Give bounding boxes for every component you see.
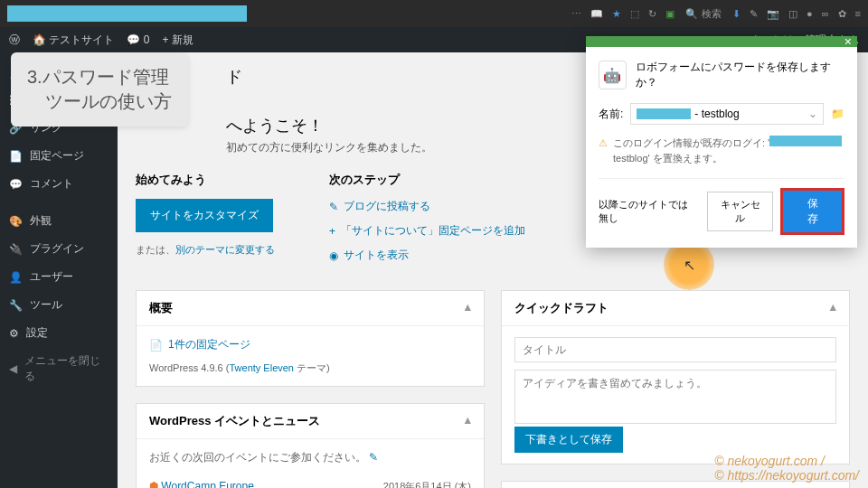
roboform-popup: × 🤖 ロボフォームにパスワードを保存しますか？ 名前: - testblog⌄… [586, 36, 857, 248]
overview-panel: 概要▴ 📄1件の固定ページ WordPress 4.9.6 (Twenty El… [136, 290, 485, 387]
infinity-icon[interactable]: ∞ [822, 8, 829, 19]
page-icon: 📄 [9, 150, 23, 163]
sidebar-collapse[interactable]: ◀メニューを閉じる [0, 347, 118, 390]
customize-button[interactable]: サイトをカスタマイズ [136, 199, 273, 232]
event-date: 2018年6月14日 (木) [383, 480, 471, 488]
comments-link[interactable]: 💬 0 [127, 33, 149, 46]
comment-icon: 💬 [9, 178, 23, 191]
wp-version: WordPress 4.9.6 (Twenty Eleven テーマ) [149, 361, 471, 375]
sidebar-icon[interactable]: ◫ [788, 8, 797, 20]
write-post-link[interactable]: ✎ブログに投稿する [329, 199, 525, 214]
view-icon: ◉ [329, 249, 338, 262]
appearance-icon: 🎨 [9, 215, 23, 228]
events-title: WordPress イベントとニュース [149, 413, 320, 429]
add-page-link[interactable]: +「サイトについて」固定ページを追加 [329, 223, 525, 239]
search-placeholder: 検索 [702, 7, 722, 21]
event-link[interactable]: WordCamp Europe [161, 480, 254, 488]
sidebar-item-users[interactable]: 👤ユーザー [0, 263, 118, 291]
gear-icon[interactable]: ✿ [838, 8, 846, 20]
theme-link[interactable]: Twenty Eleven [229, 362, 294, 373]
view-site-link[interactable]: ◉サイトを表示 [329, 248, 525, 263]
close-icon[interactable]: × [844, 34, 852, 49]
cancel-button[interactable]: キャンセル [707, 192, 773, 231]
wp-logo-icon[interactable]: ⓦ [9, 33, 20, 48]
next-heading: 次のステップ [329, 172, 525, 188]
draft-content-input[interactable] [514, 370, 836, 424]
user-icon: 👤 [9, 271, 23, 284]
sidebar-item-comments[interactable]: 💬コメント [0, 170, 118, 198]
page-icon: 📄 [149, 339, 163, 352]
write-icon: ✎ [329, 201, 338, 213]
collapse-icon[interactable]: ▴ [465, 300, 471, 316]
more-icon[interactable]: ⋯ [571, 8, 581, 20]
browser-toolbar: ⋯ 📖 ★ ⬚ ↻ ▣ 🔍 検索 ⬇ ✎ 📷 ◫ ● ∞ ✿ ≡ [0, 0, 868, 27]
tutorial-overlay: 3.パスワード管理 ツールの使い方 [11, 52, 188, 127]
quickdraft-panel: クイックドラフト▴ 下書きとして保存 [501, 290, 850, 465]
sidebar-item-plugins[interactable]: 🔌プラグイン [0, 235, 118, 263]
name-label: 名前: [599, 107, 623, 122]
edit-location-icon[interactable]: ✎ [369, 451, 378, 464]
library-icon[interactable]: ⬚ [630, 8, 639, 20]
plugin-icon: 🔌 [9, 243, 23, 256]
name-input[interactable]: - testblog⌄ [630, 103, 824, 125]
quickdraft-title: クイックドラフト [514, 300, 609, 316]
event-row: ⬢ WordCamp EuropeBelgrade, Serbia 2018年6… [149, 473, 471, 488]
settings-icon: ⚙ [9, 327, 19, 340]
refresh-icon[interactable]: ↻ [648, 8, 656, 20]
overview-title: 概要 [149, 300, 173, 316]
sidebar-item-tools[interactable]: 🔧ツール [0, 291, 118, 319]
sidebar-item-settings[interactable]: ⚙設定 [0, 319, 118, 347]
events-panel: WordPress イベントとニュース▴ お近くの次回のイベントにご参加ください… [136, 403, 485, 488]
or-change-theme: または、別のテーマに変更する [136, 243, 275, 257]
sidebar-item-appearance[interactable]: 🎨外観 [0, 207, 118, 235]
tool-icon: 🔧 [9, 299, 23, 312]
events-sub: お近くの次回のイベントにご参加ください。 ✎ [149, 450, 471, 465]
draft-title-input[interactable] [514, 337, 836, 362]
dot-icon[interactable]: ● [807, 8, 813, 19]
ext-icon[interactable]: ▣ [665, 8, 675, 20]
star-icon[interactable]: ★ [612, 8, 621, 20]
search-icon: 🔍 [685, 8, 698, 20]
download-icon[interactable]: ⬇ [732, 8, 741, 20]
menu-icon[interactable]: ≡ [855, 8, 861, 19]
url-bar[interactable] [7, 5, 247, 22]
screenshot-icon[interactable]: 📷 [767, 8, 779, 20]
popup-question: ロボフォームにパスワードを保存しますか？ [636, 60, 844, 90]
popup-titlebar: × [586, 36, 857, 47]
cursor-icon: ↖ [684, 257, 695, 274]
roboform-icon: 🤖 [599, 61, 627, 89]
pages-count-link[interactable]: 📄1件の固定ページ [149, 337, 471, 352]
site-link[interactable]: 🏠 テストサイト [33, 33, 114, 48]
watermark: © nekoyogurt.com / © https://nekoyogurt.… [714, 454, 859, 483]
collapse-icon[interactable]: ▴ [465, 413, 471, 429]
skip-site-link[interactable]: 以降このサイトでは無し [599, 198, 693, 225]
search-box[interactable]: 🔍 検索 [685, 7, 722, 21]
warning-text: このログイン情報が既存のログイ: 'testblog' を置換えます。 [613, 136, 842, 165]
change-theme-link[interactable]: 別のテーマに変更する [175, 244, 275, 255]
sidebar-item-pages[interactable]: 📄固定ページ [0, 142, 118, 170]
plus-icon: + [329, 225, 335, 238]
new-link[interactable]: + 新規 [162, 33, 193, 48]
dropdown-icon[interactable]: ⌄ [808, 108, 817, 120]
edit-icon[interactable]: ✎ [750, 8, 758, 20]
collapse-icon: ◀ [9, 362, 17, 375]
wordcamp-icon: ⬢ [149, 480, 158, 488]
collapse-icon[interactable]: ▴ [830, 300, 836, 316]
start-heading: 始めてみよう [136, 172, 275, 188]
save-draft-button[interactable]: 下書きとして保存 [514, 427, 623, 453]
warning-icon: ⚠ [599, 136, 608, 165]
reader-icon[interactable]: 📖 [590, 8, 603, 20]
save-button[interactable]: 保存 [780, 188, 844, 235]
folder-icon[interactable]: 📁 [831, 108, 844, 120]
